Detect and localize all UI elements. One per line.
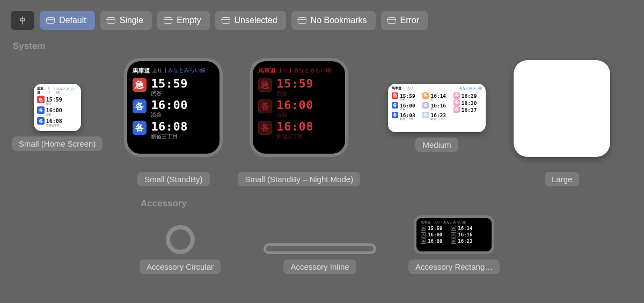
pill-label: Error — [400, 16, 420, 25]
widget-header: 馬車道・上り みなとみらい線 — [392, 86, 482, 90]
slot-small-standby: 馬車道 上り | みなとみらい線 急 15:59 渋谷 各 16:00 渋谷 — [124, 58, 223, 186]
departure-time: 16:00 — [46, 107, 62, 113]
destination: 渋谷 — [400, 98, 420, 101]
departure-time: 15:59 — [151, 78, 188, 90]
caption-small-standby: Small (StandBy) — [137, 172, 209, 186]
train-type-tag: 各 — [133, 99, 147, 113]
departure-row: 急 15:59 渋谷 — [258, 78, 339, 96]
caption-accessory-rectangular: Accessory Rectang… — [408, 259, 500, 274]
departure-time: 16:00 — [400, 103, 415, 109]
departure-time: 16:23 — [430, 112, 446, 118]
train-type-tag: 急 — [258, 78, 272, 92]
departure-time: 15:59 — [276, 78, 313, 90]
departure-time: 16:08 — [276, 121, 313, 133]
section-title-accessory: Accessory — [0, 186, 644, 211]
train-type-tag: 各 — [421, 239, 426, 244]
pill-label: Empty — [177, 16, 201, 25]
pin-button[interactable] — [11, 11, 34, 30]
departure-row: 各 16:00 渋谷 — [133, 99, 213, 118]
departure-time: 16:37 — [462, 107, 477, 113]
departure-row: 各 16:08 新宿三丁目 — [133, 121, 213, 139]
train-type-tag: 各 — [392, 112, 398, 118]
scenario-pill-empty[interactable]: Empty — [157, 11, 209, 30]
pin-icon — [18, 16, 27, 25]
departure-row: 各 16:37 — [453, 106, 482, 113]
caption-large: Large — [545, 172, 579, 186]
departure-time: 16:08 — [400, 112, 415, 118]
widget-row-accessory: Accessory Circular Accessory Inline 馬車道・… — [0, 211, 644, 274]
widget-header: 馬車道 上り | みなとみらい線 — [37, 87, 78, 95]
destination: 渋谷 — [46, 102, 78, 105]
departure-row: 急 15:59 渋谷 — [133, 78, 213, 96]
layout-icon — [298, 17, 306, 24]
scenario-pill-no-bookmarks[interactable]: No Bookmarks — [291, 11, 376, 30]
layout-icon — [46, 17, 55, 24]
departure-time: 15:59 — [400, 93, 415, 99]
train-type-tag: 各 — [451, 232, 456, 237]
widget-medium[interactable]: 馬車道・上り みなとみらい線 急 15:59 渋谷 各 16:00 渋谷 各 1… — [388, 84, 486, 132]
train-type-tag: 各 — [451, 226, 456, 231]
caption-accessory-inline: Accessory Inline — [283, 259, 356, 274]
departure-time: 16:08 — [428, 239, 442, 244]
departure-row: 各 16:08 新宿三丁目 — [258, 121, 339, 139]
departure-time: 16:23 — [458, 239, 472, 244]
slot-small-standby-night: 馬車道 上り | みなとみらい線 急 15:59 渋谷 各 16:00 渋谷 — [238, 58, 360, 186]
pill-label: Unselected — [235, 16, 277, 25]
train-type-tag: 各 — [453, 92, 460, 99]
destination: 渋谷 — [151, 112, 188, 118]
destination: 新宿三丁目 — [400, 118, 420, 120]
destination: 新宿三丁目 — [151, 134, 188, 139]
widget-header: 馬車道 上り | みなとみらい線 — [133, 67, 213, 75]
layout-icon — [164, 17, 172, 24]
departure-row: 各 16:29 — [453, 92, 482, 99]
layout-icon — [222, 17, 230, 24]
train-type-tag: 各 — [37, 106, 45, 114]
widget-small-standby-night[interactable]: 馬車道 上り | みなとみらい線 急 15:59 渋谷 各 16:00 渋谷 — [250, 58, 348, 157]
departure-row: 各15:59各16:14 — [421, 226, 487, 231]
departure-row: 各16:00各16:16 — [421, 232, 487, 237]
caption-small-standby-night: Small (StandBy – Night Mode) — [238, 172, 360, 186]
slot-accessory-rectangular: 馬車道・上り・みなとみらい線 各15:59各16:14 各16:00各16:16… — [408, 215, 500, 274]
scenario-pill-error[interactable]: Error — [381, 11, 428, 30]
widget-small-home[interactable]: 馬車道 上り | みなとみらい線 急 15:59 渋谷 各 16:00 渋谷 各… — [34, 84, 81, 131]
slot-accessory-inline: Accessory Inline — [264, 243, 376, 274]
train-type-tag: 各 — [392, 102, 398, 109]
destination: 渋谷 — [276, 91, 313, 96]
train-type-tag: 各 — [133, 121, 147, 135]
departure-time: 16:14 — [458, 226, 472, 231]
widget-accessory-inline[interactable] — [264, 243, 376, 254]
destination: 渋谷 — [151, 91, 188, 96]
widget-large[interactable] — [514, 60, 610, 157]
widget-small-standby[interactable]: 馬車道 上り | みなとみらい線 急 15:59 渋谷 各 16:00 渋谷 — [124, 58, 223, 157]
widget-accessory-circular[interactable] — [166, 225, 195, 254]
train-type-tag: 各 — [453, 106, 460, 113]
train-type-tag: 各 — [258, 121, 272, 135]
destination: 所 — [430, 98, 451, 101]
departure-time: 15:59 — [428, 226, 442, 231]
destination: 渋谷 — [400, 108, 420, 111]
scenario-pill-default[interactable]: Default — [40, 11, 95, 30]
train-type-tag: 急 — [37, 96, 45, 103]
destination: 所 — [430, 108, 451, 111]
train-type-tag: 急 — [392, 92, 398, 99]
caption-accessory-circular: Accessory Circular — [140, 259, 221, 274]
widget-accessory-rectangular[interactable]: 馬車道・上り・みなとみらい線 各15:59各16:14 各16:00各16:16… — [414, 215, 494, 254]
slot-large: Large — [514, 60, 610, 186]
departure-time: 16:00 — [276, 99, 313, 111]
widget-header: 馬車道 上り | みなとみらい線 — [258, 67, 339, 75]
departure-row: 各 16:00 渋谷 — [258, 99, 339, 118]
caption-small-home: Small (Home Screen) — [12, 136, 103, 151]
departure-time: 16:00 — [428, 232, 442, 237]
pill-label: No Bookmarks — [311, 16, 367, 25]
destination: 新宿三丁目 — [46, 124, 78, 127]
caption-medium: Medium — [415, 138, 458, 152]
departure-time: 16:16 — [430, 103, 446, 109]
scenario-pill-unselected[interactable]: Unselected — [215, 11, 286, 30]
departure-time: 16:30 — [462, 100, 477, 106]
departure-time: 16:00 — [151, 99, 188, 111]
train-type-tag: 各 — [421, 232, 426, 237]
scenario-pill-single[interactable]: Single — [100, 11, 152, 30]
layout-icon — [107, 17, 115, 24]
train-type-tag: 各 — [258, 99, 272, 113]
train-type-tag: 各 — [421, 226, 426, 231]
